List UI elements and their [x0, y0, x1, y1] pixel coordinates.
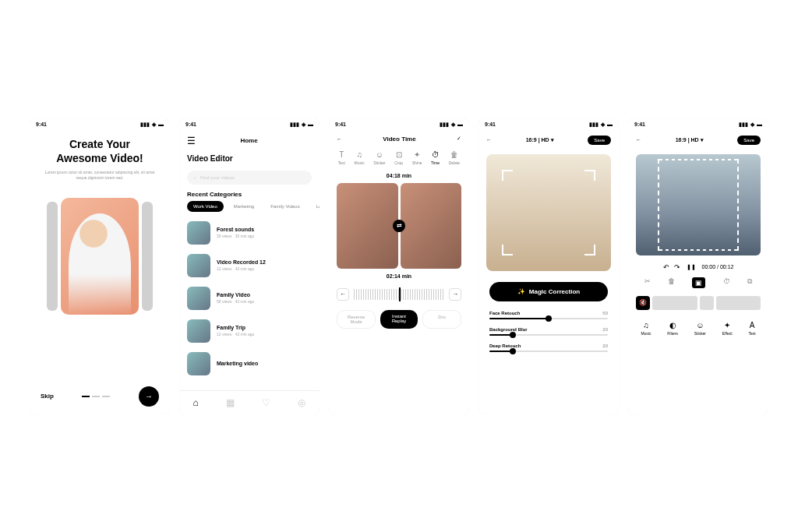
swap-icon[interactable]: ⇄ [393, 220, 405, 232]
tool-music[interactable]: ♫Music [641, 321, 651, 336]
search-input[interactable]: ⌕ Find your videos [187, 171, 312, 185]
effect-icon: ✦ [724, 321, 730, 329]
carousel-card-next[interactable] [142, 202, 153, 311]
menu-icon[interactable]: ☰ [187, 136, 196, 146]
nav-favorites-icon[interactable]: ♡ [262, 397, 270, 408]
slider-thumb[interactable] [510, 348, 516, 354]
pause-icon[interactable]: ❚❚ [687, 264, 696, 270]
back-icon[interactable]: ← [486, 137, 492, 143]
slider-thumb[interactable] [546, 315, 552, 322]
crop-corner-tl[interactable] [502, 170, 513, 181]
tool-effect[interactable]: ✦Effect [722, 321, 733, 336]
sliders: Face Retouch50 Background Blur20 Deep Re… [478, 308, 619, 363]
aspect-ratio-selector[interactable]: 16:9 | HD ▾ [676, 137, 704, 143]
back-icon[interactable]: ← [337, 136, 342, 142]
save-button[interactable]: Save [588, 136, 611, 145]
aspect-ratio-selector[interactable]: 16:9 | HD ▾ [526, 137, 554, 143]
nav-profile-icon[interactable]: ◎ [298, 397, 305, 408]
tool-filters[interactable]: ◐Filters [667, 321, 678, 336]
crop-corner-tr[interactable] [584, 170, 595, 181]
nav-library-icon[interactable]: ▦ [226, 397, 235, 408]
timeline-editor-screen: 9:41 ▮▮▮◈▬ ← 16:9 | HD ▾ Save ↶ ↷ ❚❚ 00:… [628, 118, 768, 414]
redo-icon[interactable]: ↷ [674, 263, 680, 271]
timeline-clip[interactable] [716, 296, 761, 310]
category-chip[interactable]: Lo [310, 201, 320, 212]
list-item[interactable]: Marketing video [187, 347, 312, 380]
video-time-screen: 9:41 ▮▮▮◈▬ ← Video Time ✓ TText ♫Music ☺… [329, 118, 469, 414]
time-ruler[interactable] [354, 289, 444, 300]
video-thumb [187, 287, 210, 310]
carousel[interactable] [30, 198, 170, 379]
crop-frame[interactable] [658, 159, 739, 251]
confirm-icon[interactable]: ✓ [457, 136, 461, 142]
hero-title: Create Your Awesome Video! [30, 137, 170, 165]
speed-icon[interactable]: ⏱ [723, 277, 730, 288]
skip-button[interactable]: Skip [41, 393, 54, 400]
status-time: 9:41 [335, 122, 346, 128]
slider-track[interactable] [489, 351, 608, 352]
header: ← 16:9 | HD ▾ Save [478, 131, 619, 150]
category-chip[interactable]: Family Videos [264, 201, 306, 212]
header-title: Home [196, 137, 302, 144]
tool-text[interactable]: TText [338, 150, 345, 165]
slider-deep-retouch: Deep Retouch20 [489, 344, 608, 352]
slider-track[interactable] [489, 334, 608, 336]
tool-time[interactable]: ⏱Time [431, 150, 440, 165]
tool-music[interactable]: ♫Music [355, 150, 365, 165]
wifi-icon: ◈ [302, 122, 305, 128]
mode-instant-replay[interactable]: Instant Replay [380, 310, 418, 329]
frame-left[interactable] [337, 183, 398, 269]
onboarding-screen: 9:41 ▮▮▮◈▬ Create Your Awesome Video! Lo… [30, 118, 170, 414]
nav-home-icon[interactable]: ⌂ [193, 397, 199, 408]
copy-icon[interactable]: ⧉ [747, 277, 752, 288]
filters-icon: ◐ [669, 321, 676, 329]
slider-face-retouch: Face Retouch50 [489, 311, 608, 319]
cut-icon[interactable]: ✂ [644, 277, 651, 288]
frame-right[interactable] [401, 183, 462, 269]
slider-track[interactable] [489, 318, 608, 319]
video-preview[interactable] [486, 154, 611, 271]
undo-icon[interactable]: ↶ [663, 263, 669, 271]
tool-sticker[interactable]: ☺Sticker [373, 150, 385, 165]
hero-subtitle: Lorem ipsum dolor sit amet, consectetur … [41, 170, 159, 181]
carousel-card-prev[interactable] [47, 202, 58, 311]
tool-crop[interactable]: ⊡Crop [394, 150, 403, 165]
crop-frame[interactable] [502, 170, 595, 255]
item-title: Family Video [217, 292, 254, 298]
tool-text[interactable]: AText [748, 321, 755, 336]
sticker-icon: ☺ [696, 321, 704, 329]
list-item[interactable]: Family Trip12 views 42 min ago [187, 315, 312, 347]
tool-delete[interactable]: 🗑Delete [449, 150, 460, 165]
timeline-clip[interactable] [700, 296, 714, 310]
tool-sticker[interactable]: ☺Sticker [694, 321, 706, 336]
list-item[interactable]: Family Video58 views 42 min ago [187, 282, 312, 315]
prev-frame-button[interactable]: ← [337, 288, 349, 301]
crop-corner-bl[interactable] [502, 245, 513, 255]
carousel-card-main[interactable] [61, 198, 139, 315]
next-frame-button[interactable]: → [449, 288, 461, 301]
crop-icon[interactable]: ▣ [692, 277, 705, 288]
mute-button[interactable]: 🔇 [636, 296, 650, 310]
list-item[interactable]: Video Recorded 1212 views 42 min ago [187, 249, 312, 282]
magic-correction-button[interactable]: ✨ Magic Correction [489, 282, 608, 301]
next-button[interactable]: → [139, 386, 159, 407]
slider-thumb[interactable] [510, 332, 516, 338]
save-button[interactable]: Save [737, 136, 761, 145]
status-bar: 9:41 ▮▮▮◈▬ [478, 118, 619, 131]
timeline[interactable]: 🔇 [628, 291, 768, 315]
back-icon[interactable]: ← [636, 137, 641, 143]
tool-shine[interactable]: ✦Shine [412, 150, 422, 165]
dot [92, 396, 100, 397]
mode-reverse[interactable]: Reverse Mode [337, 310, 376, 329]
delete-icon[interactable]: 🗑 [668, 277, 675, 288]
list-item[interactable]: Forest sounds30 views 30 min ago [187, 217, 312, 249]
dot [82, 396, 90, 397]
mode-dro[interactable]: Dro [422, 310, 461, 329]
crop-corner-br[interactable] [584, 245, 595, 255]
video-preview[interactable] [636, 154, 761, 255]
category-chip[interactable]: Marketing [228, 201, 260, 212]
category-chip[interactable]: Work Video [187, 201, 224, 212]
sticker-icon: ☺ [376, 150, 383, 159]
timeline-clip[interactable] [652, 296, 697, 310]
categories-label: Recent Categories [179, 189, 320, 201]
